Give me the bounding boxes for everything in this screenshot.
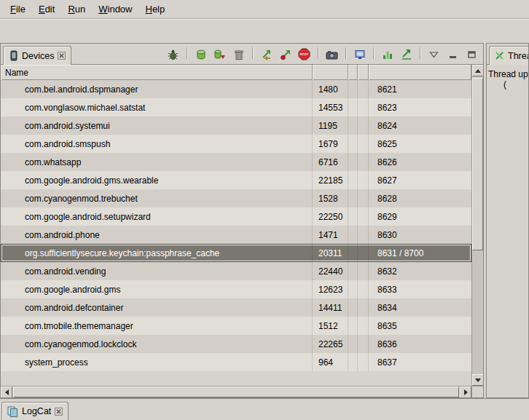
table-row[interactable]: com.android.systemui11958624	[1, 116, 471, 135]
horizontal-scroll-thumb[interactable]	[13, 387, 459, 397]
table-row[interactable]: com.google.android.gms.wearable221858627	[1, 171, 471, 189]
cell-pid: 1471	[313, 226, 348, 244]
stop-process-icon[interactable]: STOP	[297, 48, 311, 60]
cell-name: com.android.systemui	[1, 116, 313, 135]
table-row[interactable]: com.android.phone14718630	[1, 226, 471, 244]
column-header-port[interactable]	[369, 65, 471, 80]
dump-hprof-icon[interactable]	[213, 48, 227, 60]
cause-gc-icon[interactable]	[232, 48, 246, 60]
view-menu-icon[interactable]	[427, 48, 441, 60]
vertical-scroll-track[interactable]	[472, 76, 483, 374]
cell-port: 8633	[369, 280, 471, 298]
table-row[interactable]: com.tmobile.thememanager15128635	[1, 317, 471, 335]
table-row[interactable]: com.google.android.setupwizard222508629	[1, 207, 471, 226]
threads-message: Thread up (	[487, 65, 528, 90]
horizontal-scrollbar[interactable]	[1, 387, 471, 397]
column-header-pid[interactable]	[313, 65, 348, 80]
cell-name: com.bel.android.dspmanager	[1, 80, 313, 98]
cell-c4	[358, 98, 369, 116]
menu-window[interactable]: Window	[92, 1, 138, 17]
column-header-name[interactable]: Name	[1, 65, 313, 80]
cell-pid: 6716	[313, 153, 348, 171]
cell-name: com.cyanogenmod.lockclock	[1, 335, 313, 353]
toolbar-separator	[420, 47, 420, 59]
table-row[interactable]: com.cyanogenmod.trebuchet15288628	[1, 189, 471, 207]
app-toolbar-strip	[0, 18, 529, 43]
main-area: Devices	[0, 43, 529, 398]
table-row[interactable]: com.cyanogenmod.lockclock222658636	[1, 335, 471, 353]
toolbar-separator	[373, 47, 374, 59]
cell-c3	[348, 262, 358, 280]
menu-file[interactable]: File	[4, 1, 32, 17]
devices-tab-icon	[9, 50, 18, 61]
arrow-left-icon	[5, 389, 9, 395]
tab-logcat[interactable]: LogCat	[1, 402, 68, 420]
logcat-tab-close-icon[interactable]	[55, 408, 63, 416]
table-row[interactable]: com.android.defcontainer144118634	[1, 298, 471, 317]
table-row[interactable]: com.google.android.gms126238633	[1, 280, 471, 298]
table-row[interactable]: com.vonglasow.michael.satstat145538623	[1, 98, 471, 116]
cell-port: 8631 / 8700	[369, 244, 471, 262]
screen-capture-icon[interactable]	[325, 48, 339, 60]
cell-c4	[358, 207, 369, 226]
cell-c4	[358, 244, 369, 262]
update-threads-icon[interactable]	[259, 48, 273, 60]
cell-c3	[348, 335, 358, 353]
debug-icon[interactable]	[166, 48, 180, 60]
column-header-c4[interactable]	[358, 65, 369, 80]
cell-pid: 14553	[313, 98, 348, 116]
tab-threads[interactable]: Threa	[489, 46, 529, 65]
cell-name: com.whatsapp	[1, 153, 313, 171]
table-row[interactable]: com.android.vending224408632	[1, 262, 471, 280]
cell-name: system_process	[1, 353, 313, 371]
menu-edit[interactable]: Edit	[32, 1, 61, 17]
start-method-profiling-icon[interactable]	[278, 48, 292, 60]
tab-devices[interactable]: Devices	[3, 46, 71, 65]
cell-name: org.sufficientlysecure.keychain:passphra…	[1, 244, 313, 262]
cell-c3	[348, 280, 358, 298]
update-heap-icon[interactable]	[194, 48, 208, 60]
column-header-c3[interactable]	[348, 65, 358, 80]
devices-tab-close-icon[interactable]	[58, 52, 66, 60]
scroll-right-button[interactable]	[460, 387, 471, 397]
scroll-left-button[interactable]	[1, 387, 12, 397]
threads-tabstrip: Threa	[487, 44, 528, 65]
threads-tab-icon	[495, 51, 504, 60]
view-hierarchy-icon[interactable]	[353, 48, 367, 60]
systrace-icon[interactable]	[380, 48, 394, 60]
vertical-scrollbar[interactable]	[471, 65, 483, 386]
menu-help[interactable]: Help	[138, 1, 171, 17]
menu-run[interactable]: Run	[61, 1, 92, 17]
logcat-tab-icon	[7, 406, 18, 417]
device-table: Name com.bel.android.dspmanager14808621c…	[1, 65, 483, 397]
horizontal-scroll-track[interactable]	[12, 387, 460, 397]
devices-tabstrip: Devices	[1, 44, 483, 65]
menubar: File Edit Run Window Help	[0, 0, 529, 18]
cell-c4	[358, 335, 369, 353]
toolbar-separator	[345, 47, 346, 59]
table-row[interactable]: com.android.smspush16798625	[1, 135, 471, 153]
cell-c4	[358, 116, 369, 135]
table-row-selected[interactable]: org.sufficientlysecure.keychain:passphra…	[1, 244, 471, 262]
tab-threads-label: Threa	[508, 51, 529, 61]
arrow-right-icon	[464, 389, 468, 395]
scrollbar-corner	[471, 387, 483, 397]
cell-c4	[358, 353, 369, 371]
minimize-icon[interactable]	[446, 48, 460, 60]
cell-name: com.google.android.setupwizard	[1, 207, 313, 226]
table-row[interactable]: com.bel.android.dspmanager14808621	[1, 80, 471, 98]
opengl-trace-icon[interactable]	[399, 48, 413, 60]
threads-message-line2: (	[487, 79, 528, 90]
table-row[interactable]: com.whatsapp67168626	[1, 153, 471, 171]
cell-port: 8623	[369, 98, 471, 116]
maximize-icon[interactable]	[465, 48, 479, 60]
scroll-down-button[interactable]	[472, 374, 483, 386]
toolbar-separator	[187, 47, 187, 59]
table-row[interactable]: system_process9648637	[1, 353, 471, 371]
vertical-scroll-thumb[interactable]	[472, 78, 483, 250]
cell-port: 8628	[369, 189, 471, 207]
cell-c3	[348, 353, 358, 371]
scroll-up-button[interactable]	[472, 65, 483, 76]
cell-name: com.android.phone	[1, 226, 313, 244]
cell-c4	[358, 189, 369, 207]
